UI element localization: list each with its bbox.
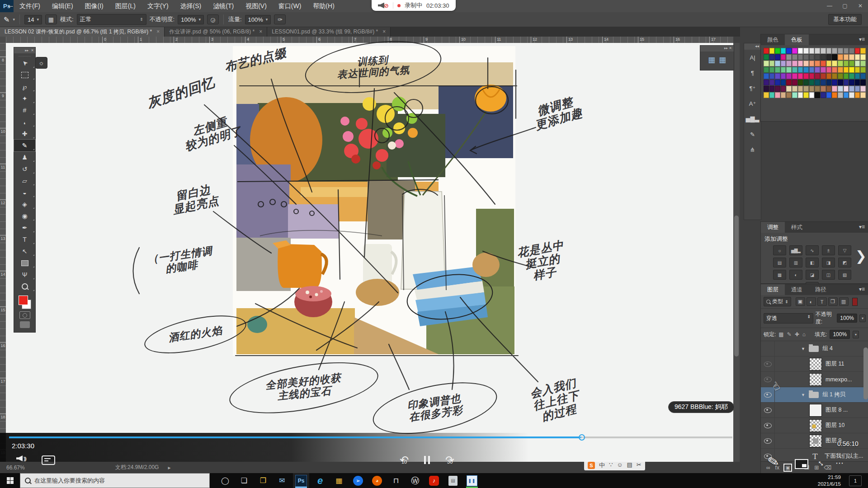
color-swatch[interactable] xyxy=(764,48,769,54)
task-view-icon[interactable]: ❏ xyxy=(236,473,252,488)
chevron-down-icon[interactable]: ▾ xyxy=(859,314,866,322)
color-swatch[interactable] xyxy=(860,92,866,98)
rectangle-tool[interactable] xyxy=(14,257,35,269)
color-swatch[interactable] xyxy=(775,80,780,85)
brush-tool-icon[interactable]: ✎ xyxy=(4,15,9,24)
color-swatch[interactable] xyxy=(803,48,809,54)
color-swatch[interactable] xyxy=(855,67,860,73)
color-swatch[interactable] xyxy=(798,86,803,92)
color-swatch[interactable] xyxy=(786,54,792,60)
start-button[interactable] xyxy=(0,473,20,488)
panel-menu-icon[interactable]: ▾≡ xyxy=(855,222,868,233)
color-swatch[interactable] xyxy=(803,92,809,98)
wps-icon[interactable]: Ⓦ xyxy=(407,473,423,488)
color-swatch[interactable] xyxy=(838,80,843,85)
color-swatch[interactable] xyxy=(838,92,843,98)
tab-homework-review[interactable]: 作业讲评.psd @ 50% (06, RGB/8) * × xyxy=(165,27,267,37)
adjustment-icon[interactable]: ◐ xyxy=(789,270,802,280)
foreground-background-swatches[interactable] xyxy=(18,296,32,309)
color-swatch[interactable] xyxy=(844,73,849,79)
color-swatch[interactable] xyxy=(764,92,769,98)
color-swatch[interactable] xyxy=(775,73,780,79)
brush-panel-toggle-icon[interactable]: ▦ xyxy=(45,14,57,24)
close-tab-icon[interactable]: × xyxy=(156,28,160,35)
eyedropper-tool[interactable]: ❜ xyxy=(14,116,35,128)
color-swatch[interactable] xyxy=(838,61,843,66)
color-swatch[interactable] xyxy=(792,73,797,79)
color-swatch[interactable] xyxy=(855,73,860,79)
color-swatch[interactable] xyxy=(849,54,854,60)
color-swatch[interactable] xyxy=(860,48,866,54)
adjustment-icon[interactable]: ∿ xyxy=(806,245,819,255)
menu-item[interactable]: 图层(L) xyxy=(109,0,142,12)
color-swatch[interactable] xyxy=(832,73,837,79)
color-swatch[interactable] xyxy=(775,48,780,54)
input-bar-icon[interactable]: ▤ xyxy=(627,461,632,469)
color-swatch[interactable] xyxy=(832,92,837,98)
filter-toggle-switch[interactable] xyxy=(852,298,858,306)
seekbar-handle[interactable] xyxy=(579,434,585,441)
color-swatch[interactable] xyxy=(786,73,792,79)
window-control-button[interactable]: — xyxy=(822,0,837,12)
healing-brush-tool[interactable]: ✚ xyxy=(14,128,35,140)
color-swatch[interactable] xyxy=(860,73,866,79)
cortana-icon[interactable]: ◯ xyxy=(217,473,233,488)
netease-music-icon[interactable]: ♪ xyxy=(426,473,442,488)
type-tool[interactable]: T xyxy=(14,234,35,245)
layer-opacity-value[interactable]: 100% xyxy=(837,314,857,323)
color-swatch[interactable] xyxy=(815,54,820,60)
brush-preset-picker[interactable]: 14▾ xyxy=(24,15,42,24)
color-swatch[interactable] xyxy=(775,54,780,60)
opacity-value[interactable]: 100%▾ xyxy=(178,15,204,24)
muted-speaker-icon[interactable] xyxy=(378,3,384,9)
menu-item[interactable]: 视图(V) xyxy=(240,0,273,12)
panel-tab[interactable]: 路径 xyxy=(809,284,833,295)
color-swatch[interactable] xyxy=(769,80,775,85)
layer-11[interactable]: 图层 11 xyxy=(761,357,868,372)
color-swatch[interactable] xyxy=(832,54,837,60)
expand-caret-icon[interactable] xyxy=(801,393,805,397)
mail-icon[interactable]: ✉ xyxy=(274,473,290,488)
color-swatch[interactable] xyxy=(844,67,849,73)
color-swatch[interactable] xyxy=(815,48,820,54)
filter-kind-icon[interactable]: ◐ xyxy=(807,297,816,306)
color-swatch[interactable] xyxy=(849,80,854,85)
blend-mode-select[interactable]: 正常⇕ xyxy=(77,14,146,25)
color-swatch[interactable] xyxy=(838,54,843,60)
color-swatch[interactable] xyxy=(809,48,815,54)
color-swatch[interactable] xyxy=(832,48,837,54)
color-swatch[interactable] xyxy=(821,61,826,66)
color-swatch[interactable] xyxy=(844,61,849,66)
character-styles-panel-icon[interactable]: ¶⁺ xyxy=(744,80,761,96)
color-swatch[interactable] xyxy=(803,54,809,60)
rewind-10-button[interactable]: ↶10 xyxy=(400,455,409,465)
screen-mode-icon[interactable] xyxy=(20,321,30,328)
screen-recorder-icon[interactable]: ❚❚ xyxy=(464,473,480,488)
visibility-toggle[interactable] xyxy=(761,418,775,433)
lasso-tool[interactable]: ℘ xyxy=(14,81,35,93)
layer-thumbnail[interactable] xyxy=(809,419,822,432)
color-swatch[interactable] xyxy=(832,67,837,73)
paint-bucket-tool[interactable]: ◒ xyxy=(14,187,35,198)
color-swatch[interactable] xyxy=(781,73,786,79)
layer-10[interactable]: 图层 10 xyxy=(761,418,868,433)
color-swatch[interactable] xyxy=(775,61,780,66)
path-selection-tool[interactable]: ↖ xyxy=(14,245,35,257)
collapse-icon[interactable]: ▸▸ xyxy=(724,46,728,50)
color-swatch[interactable] xyxy=(781,54,786,60)
color-swatch[interactable] xyxy=(855,61,860,66)
adjustment-icon[interactable]: ☼ xyxy=(773,245,786,255)
adjustment-icon[interactable]: ◪ xyxy=(806,270,819,280)
window-control-button[interactable]: ▢ xyxy=(837,0,853,12)
browser-icon[interactable]: ◕ xyxy=(369,473,385,488)
color-swatch[interactable] xyxy=(769,92,775,98)
adjustment-icon[interactable]: ▽ xyxy=(838,245,851,255)
color-swatch[interactable] xyxy=(838,67,843,73)
adjustment-icon[interactable]: ◩ xyxy=(838,258,851,267)
layer-thumbnail[interactable] xyxy=(809,435,822,447)
color-swatch[interactable] xyxy=(764,61,769,66)
magic-wand-tool[interactable]: ✦ xyxy=(14,93,35,104)
color-swatch[interactable] xyxy=(764,67,769,73)
picture-in-picture-icon[interactable] xyxy=(795,459,808,469)
chevron-down-icon[interactable]: ▾ xyxy=(13,17,15,22)
